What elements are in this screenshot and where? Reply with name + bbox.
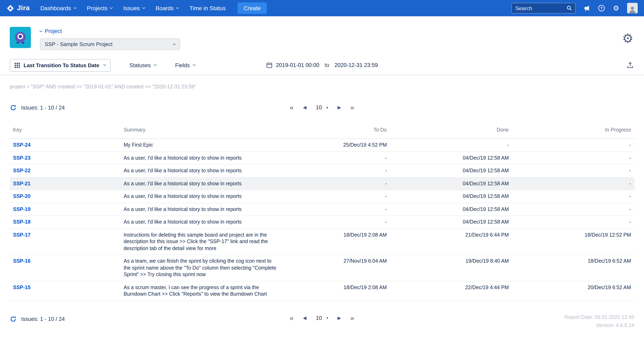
issue-summary-cell: As a user, I'd like a historical story t… [120, 151, 283, 164]
date-separator: to [324, 62, 329, 68]
search-box [512, 3, 576, 14]
column-header-inprogress: In Progress [512, 125, 634, 139]
done-date-cell: 19/Dec/19 8:40 AM [390, 255, 512, 281]
page-size-select[interactable]: 10 ▾ [316, 104, 328, 111]
project-avatar [10, 27, 40, 50]
report-settings-gear-icon[interactable]: ⚙ [622, 32, 634, 45]
issue-summary-cell: As a user, I'd like a historical story t… [120, 177, 283, 190]
refresh-icon[interactable] [10, 104, 17, 111]
issue-key-link[interactable]: SSP-22 [13, 168, 30, 174]
nav-item-label: Issues [123, 5, 140, 12]
done-date-cell: - [390, 139, 512, 151]
issue-key-link[interactable]: SSP-16 [13, 258, 30, 264]
user-avatar-image [627, 3, 638, 14]
chevron-down-icon [74, 6, 76, 9]
issue-key-link[interactable]: SSP-19 [13, 206, 30, 212]
issue-key-link[interactable]: SSP-21 [13, 181, 30, 186]
page-size-select[interactable]: 10 ▾ [316, 315, 328, 321]
todo-date-cell: - [283, 216, 390, 228]
issue-key-link[interactable]: SSP-20 [13, 194, 30, 199]
last-page-button[interactable]: » [350, 314, 354, 321]
todo-date-cell: - [283, 190, 390, 203]
done-date-cell: 21/Dec/19 6:44 PM [390, 228, 512, 255]
chevron-down-icon [154, 63, 156, 66]
issue-key-link[interactable]: SSP-17 [13, 232, 30, 238]
export-icon[interactable] [626, 62, 634, 69]
nav-item-label: Projects [87, 5, 107, 12]
issue-summary-cell: As a user, I'd like a historical story t… [120, 216, 283, 228]
table-row: SSP-23 As a user, I'd like a historical … [10, 151, 634, 164]
issue-key-cell: SSP-21 [10, 177, 120, 190]
user-avatar[interactable] [627, 3, 638, 14]
fields-dropdown[interactable]: Fields [175, 62, 195, 68]
announcements-icon[interactable] [584, 5, 590, 12]
refresh-icon[interactable] [10, 315, 17, 322]
issues-count-group: Issues: 1 - 10 / 24 [10, 104, 65, 111]
todo-date-cell: - [283, 164, 390, 177]
nav-item-boards[interactable]: Boards [156, 5, 178, 12]
inprogress-date-cell: 18/Dec/19 12:52 PM [512, 228, 634, 255]
todo-date-cell: - [283, 151, 390, 164]
issues-count-label: Issues: 1 - 10 / 24 [21, 104, 65, 111]
issue-key-link[interactable]: SSP-23 [13, 155, 30, 161]
nav-item-issues[interactable]: Issues [123, 5, 144, 12]
first-page-button[interactable]: « [290, 314, 294, 321]
date-range-picker[interactable]: 2019-01-01 00:00 to 2020-12-31 23:59 [266, 62, 378, 68]
next-page-button[interactable]: ▶ [338, 316, 341, 320]
issue-key-cell: SSP-19 [10, 203, 120, 216]
done-date-cell: 04/Dec/19 12:58 AM [390, 177, 512, 190]
issue-key-cell: SSP-16 [10, 255, 120, 281]
done-date-cell: 04/Dec/19 12:58 AM [390, 203, 512, 216]
nav-item-time-in-status[interactable]: Time in Status [190, 5, 226, 12]
issue-key-cell: SSP-17 [10, 228, 120, 255]
nav-item-dashboards[interactable]: Dashboards [40, 5, 76, 12]
table-row: SSP-24 My First Epic 25/Dec/19 4:52 PM -… [10, 139, 634, 151]
inprogress-date-cell: - [512, 216, 634, 228]
nav-item-projects[interactable]: Projects [87, 5, 112, 12]
chevron-down-icon [110, 6, 113, 9]
next-page-button[interactable]: ▶ [338, 105, 341, 110]
statuses-dropdown[interactable]: Statuses [129, 62, 156, 68]
issue-summary-cell: My First Epic [120, 139, 283, 151]
last-page-button[interactable]: » [350, 104, 354, 111]
pagination: « ◀ 10 ▾ ▶ » [290, 314, 354, 321]
project-selector-group: Project SSP - Sample Scrum Project [40, 27, 180, 50]
issue-summary-cell: As a scrum master, I can see the progres… [120, 281, 283, 300]
inprogress-date-cell: - [512, 139, 634, 151]
todo-date-cell: - [283, 203, 390, 216]
settings-gear-icon[interactable]: ⚙ [613, 5, 620, 12]
project-header: Project SSP - Sample Scrum Project ⚙ [0, 16, 644, 55]
report-type-button[interactable]: Last Transition To Status Date [10, 59, 110, 71]
first-page-button[interactable]: « [290, 104, 294, 111]
search-icon[interactable] [567, 5, 572, 11]
table-header-row: Key Summary To Do Done In Progress [10, 125, 634, 139]
project-select[interactable]: SSP - Sample Scrum Project [40, 38, 180, 50]
done-date-cell: 04/Dec/19 12:58 AM [390, 164, 512, 177]
nav-item-label: Time in Status [190, 5, 226, 12]
issue-summary-cell: As a user, I'd like a historical story t… [120, 190, 283, 203]
caret-down-icon: ▾ [326, 105, 328, 110]
help-icon[interactable]: ? [598, 5, 605, 12]
issue-key-cell: SSP-18 [10, 216, 120, 228]
prev-page-button[interactable]: ◀ [303, 316, 306, 320]
issue-key-link[interactable]: SSP-18 [13, 219, 30, 225]
done-date-cell: 04/Dec/19 12:58 AM [390, 216, 512, 228]
prev-page-button[interactable]: ◀ [303, 105, 306, 110]
project-section-toggle[interactable]: Project [40, 28, 180, 34]
column-header-todo: To Do [283, 125, 390, 139]
issue-key-cell: SSP-23 [10, 151, 120, 164]
chevron-down-icon [40, 29, 42, 32]
chevron-down-icon [103, 63, 106, 66]
chevron-down-icon [176, 6, 179, 9]
nav-item-label: Dashboards [40, 5, 71, 12]
inprogress-date-cell: 18/Dec/19 6:52 AM [512, 255, 634, 281]
issue-key-link[interactable]: SSP-15 [13, 284, 30, 290]
search-input[interactable] [516, 5, 567, 11]
done-date-cell: 22/Dec/19 4:44 PM [390, 281, 512, 300]
nav-right-cluster: ? ⚙ [512, 3, 638, 14]
jira-logo[interactable]: Jira [6, 4, 30, 12]
toolbar-divider [0, 75, 644, 75]
table-row: SSP-18 As a user, I'd like a historical … [10, 216, 634, 228]
issue-key-link[interactable]: SSP-24 [13, 142, 30, 148]
create-button[interactable]: Create [238, 3, 267, 14]
